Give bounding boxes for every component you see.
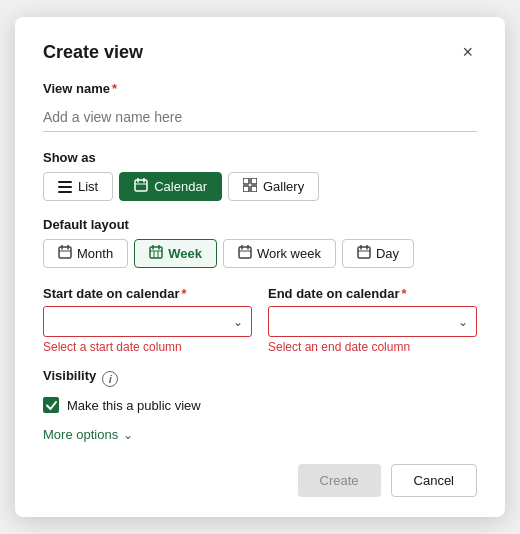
layout-group: Month Week Work week Day (43, 239, 477, 268)
svg-rect-2 (58, 191, 72, 193)
public-view-checkbox[interactable] (43, 397, 59, 413)
dialog-title: Create view (43, 42, 143, 63)
calendar-icon (134, 178, 148, 195)
svg-rect-10 (251, 186, 257, 192)
close-button[interactable]: × (458, 41, 477, 63)
start-date-select-wrapper: ⌄ (43, 306, 252, 337)
start-date-label: Start date on calendar* (43, 286, 252, 301)
more-options-text: More options (43, 427, 118, 442)
date-row: Start date on calendar* ⌄ Select a start… (43, 286, 477, 354)
show-as-calendar-button[interactable]: Calendar (119, 172, 222, 201)
show-as-list-button[interactable]: List (43, 172, 113, 201)
visibility-label-row: Visibility i (43, 368, 477, 390)
end-date-select-wrapper: ⌄ (268, 306, 477, 337)
public-view-checkbox-row[interactable]: Make this a public view (43, 397, 477, 413)
start-date-select[interactable] (43, 306, 252, 337)
gallery-icon (243, 178, 257, 195)
end-date-col: End date on calendar* ⌄ Select an end da… (268, 286, 477, 354)
create-view-dialog: Create view × View name* Show as List Ca… (15, 17, 505, 517)
start-date-error: Select a start date column (43, 340, 252, 354)
more-options-chevron-icon: ⌄ (123, 428, 133, 442)
view-name-section: View name* (43, 81, 477, 150)
layout-day-button[interactable]: Day (342, 239, 414, 268)
end-date-select[interactable] (268, 306, 477, 337)
show-as-group: List Calendar Gallery (43, 172, 477, 201)
end-date-label: End date on calendar* (268, 286, 477, 301)
month-cal-icon (58, 245, 72, 262)
day-cal-icon (357, 245, 371, 262)
svg-rect-9 (243, 186, 249, 192)
visibility-section: Visibility i Make this a public view (43, 368, 477, 413)
create-button[interactable]: Create (298, 464, 381, 497)
end-date-error: Select an end date column (268, 340, 477, 354)
svg-rect-21 (239, 247, 251, 258)
svg-rect-15 (150, 247, 162, 258)
svg-rect-7 (243, 178, 249, 184)
start-date-col: Start date on calendar* ⌄ Select a start… (43, 286, 252, 354)
dialog-footer: Create Cancel (43, 460, 477, 497)
dialog-header: Create view × (43, 41, 477, 63)
svg-rect-11 (59, 247, 71, 258)
visibility-info-icon: i (102, 371, 118, 387)
svg-rect-25 (358, 247, 370, 258)
default-layout-label: Default layout (43, 217, 477, 232)
view-name-label: View name* (43, 81, 477, 96)
show-as-gallery-button[interactable]: Gallery (228, 172, 319, 201)
default-layout-section: Default layout Month Week Work week (43, 217, 477, 268)
visibility-label: Visibility (43, 368, 96, 383)
list-icon (58, 181, 72, 193)
layout-month-button[interactable]: Month (43, 239, 128, 268)
show-as-label: Show as (43, 150, 477, 165)
layout-workweek-button[interactable]: Work week (223, 239, 336, 268)
more-options-row[interactable]: More options ⌄ (43, 427, 477, 442)
svg-rect-3 (135, 180, 147, 191)
svg-rect-0 (58, 181, 72, 183)
view-name-input[interactable] (43, 103, 477, 132)
public-view-label: Make this a public view (67, 398, 201, 413)
checkmark-icon (46, 401, 57, 410)
week-cal-icon (149, 245, 163, 262)
svg-rect-1 (58, 186, 72, 188)
svg-rect-8 (251, 178, 257, 184)
cancel-button[interactable]: Cancel (391, 464, 477, 497)
layout-week-button[interactable]: Week (134, 239, 217, 268)
workweek-cal-icon (238, 245, 252, 262)
show-as-section: Show as List Calendar Gallery (43, 150, 477, 201)
